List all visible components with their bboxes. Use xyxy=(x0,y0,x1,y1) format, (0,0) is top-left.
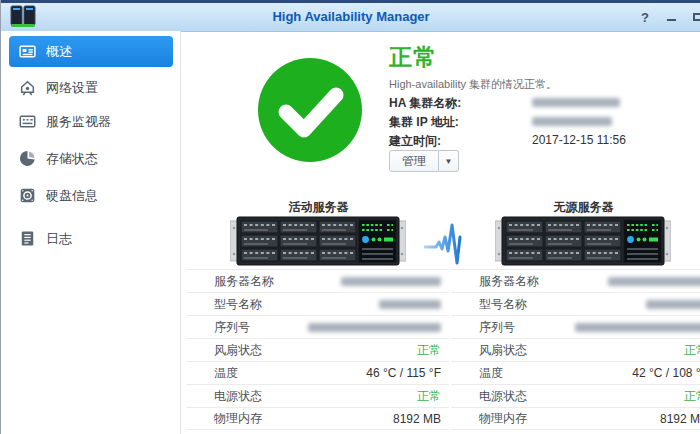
window-title: High Availability Manager xyxy=(1,9,700,24)
table-row: 型号名称 xyxy=(451,292,700,315)
overview-icon xyxy=(19,43,36,60)
table-row: 风扇状态正常 xyxy=(186,338,449,361)
created-time-value: 2017-12-15 11:56 xyxy=(532,133,626,149)
row-label: 风扇状态 xyxy=(214,342,417,359)
sidebar-item-disk-info[interactable]: 硬盘信息 xyxy=(9,180,173,211)
passive-server-rack-illustration xyxy=(495,216,671,270)
sidebar-item-network-settings[interactable]: 网络设置 xyxy=(9,72,173,103)
redacted-cluster-name xyxy=(532,98,620,107)
ha-status-title: 正常 xyxy=(389,42,437,73)
service-monitor-icon xyxy=(19,113,36,130)
row-label: 物理内存 xyxy=(479,410,660,427)
maximize-icon[interactable] xyxy=(689,9,700,25)
memory-value: 8192 MB xyxy=(393,412,441,426)
table-row: 温度42 °C / 108 °F xyxy=(451,361,700,384)
help-icon[interactable]: ? xyxy=(637,9,653,25)
redacted-model-name xyxy=(379,300,441,309)
info-row-cluster-ip: 集群 IP 地址: xyxy=(389,114,612,130)
sidebar-item-log[interactable]: 日志 xyxy=(9,223,173,254)
ha-status-description: High-availability 集群的情况正常。 xyxy=(389,77,557,92)
sidebar: 概述 网络设置 服务监视器 xyxy=(1,31,181,434)
fan-status-value: 正常 xyxy=(684,342,700,359)
table-row: 型号名称 xyxy=(186,292,449,315)
info-row-cluster-name: HA 集群名称: xyxy=(389,95,620,111)
table-row: 序列号 xyxy=(451,315,700,338)
sidebar-item-label: 服务监视器 xyxy=(46,113,111,131)
row-label: 服务器名称 xyxy=(479,273,608,290)
manage-button[interactable]: 管理 xyxy=(389,150,439,172)
redacted-serial-number xyxy=(308,323,441,332)
sidebar-item-label: 硬盘信息 xyxy=(46,187,98,205)
info-row-created-time: 建立时间: 2017-12-15 11:56 xyxy=(389,133,626,149)
manage-split-button: 管理 ▼ xyxy=(389,150,459,172)
sidebar-item-storage-status[interactable]: 存储状态 xyxy=(9,143,173,174)
network-settings-icon xyxy=(19,79,36,96)
memory-value: 8192 MB xyxy=(660,412,700,426)
storage-status-icon xyxy=(19,150,36,167)
row-label: 电源状态 xyxy=(479,388,684,405)
log-icon xyxy=(19,230,36,247)
row-label: 电源状态 xyxy=(214,388,417,405)
redacted-server-name xyxy=(608,277,700,286)
redacted-model-name xyxy=(646,300,700,309)
table-row: 服务器名称 xyxy=(451,269,700,292)
table-row: 物理内存8192 MB xyxy=(186,407,449,430)
table-row: 电源状态正常 xyxy=(451,384,700,407)
active-server-rack-illustration xyxy=(230,216,406,270)
redacted-cluster-ip xyxy=(532,117,612,126)
field-label: 集群 IP 地址: xyxy=(389,114,532,130)
sidebar-item-label: 概述 xyxy=(46,43,72,61)
sidebar-item-service-monitor[interactable]: 服务监视器 xyxy=(9,106,173,137)
heartbeat-link-icon xyxy=(424,221,478,271)
sidebar-item-overview[interactable]: 概述 xyxy=(9,36,173,67)
disk-info-icon xyxy=(19,187,36,204)
row-label: 风扇状态 xyxy=(479,342,684,359)
row-label: 温度 xyxy=(214,365,366,382)
redacted-serial-number xyxy=(575,323,700,332)
temperature-value: 46 °C / 115 °F xyxy=(366,366,441,380)
active-server-table: 服务器名称 型号名称 序列号 风扇状态正常 温度46 °C / 115 °F 电… xyxy=(186,269,449,430)
table-row: 电源状态正常 xyxy=(186,384,449,407)
sidebar-item-label: 存储状态 xyxy=(46,150,98,168)
minimize-icon[interactable] xyxy=(663,9,679,25)
power-status-value: 正常 xyxy=(417,388,441,405)
row-label: 服务器名称 xyxy=(214,273,341,290)
row-label: 序列号 xyxy=(214,319,308,336)
ha-manager-window: High Availability Manager ? 概述 xyxy=(0,0,700,434)
table-row: 服务器名称 xyxy=(186,269,449,292)
redacted-server-name xyxy=(341,277,441,286)
passive-server-table: 服务器名称 型号名称 序列号 风扇状态正常 温度42 °C / 108 °F 电… xyxy=(451,269,700,430)
passive-server-title: 无源服务器 xyxy=(451,199,700,216)
row-label: 型号名称 xyxy=(214,296,379,313)
row-label: 序列号 xyxy=(479,319,575,336)
table-row: 温度46 °C / 115 °F xyxy=(186,361,449,384)
titlebar: High Availability Manager ? xyxy=(1,3,700,32)
sidebar-item-label: 网络设置 xyxy=(46,79,98,97)
fan-status-value: 正常 xyxy=(417,342,441,359)
table-row: 风扇状态正常 xyxy=(451,338,700,361)
window-controls: ? xyxy=(637,8,700,26)
field-label: HA 集群名称: xyxy=(389,95,532,111)
field-label: 建立时间: xyxy=(389,133,532,149)
row-label: 温度 xyxy=(479,365,632,382)
temperature-value: 42 °C / 108 °F xyxy=(632,366,700,380)
sidebar-item-label: 日志 xyxy=(46,230,72,248)
row-label: 物理内存 xyxy=(214,410,393,427)
table-row: 序列号 xyxy=(186,315,449,338)
row-label: 型号名称 xyxy=(479,296,646,313)
manage-dropdown-arrow[interactable]: ▼ xyxy=(439,150,459,172)
power-status-value: 正常 xyxy=(684,388,700,405)
table-row: 物理内存8192 MB xyxy=(451,407,700,430)
active-server-title: 活动服务器 xyxy=(186,199,451,216)
status-ok-icon xyxy=(257,57,363,167)
